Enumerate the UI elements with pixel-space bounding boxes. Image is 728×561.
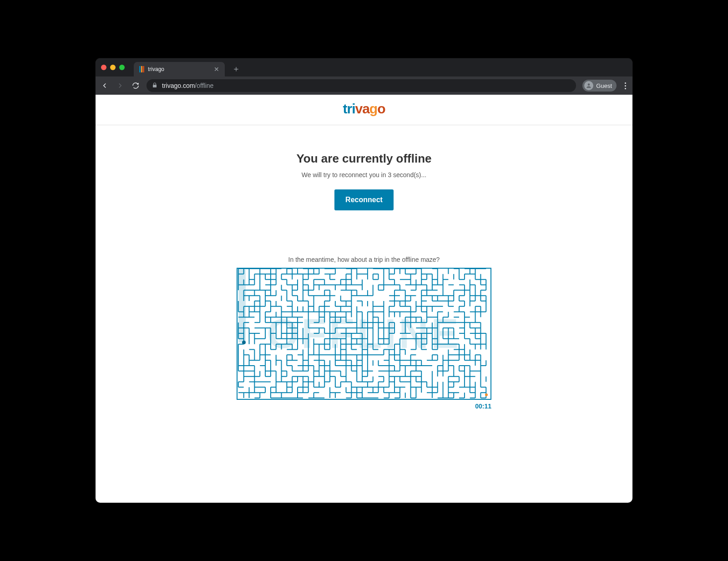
maze-timer: 00:11 [237, 400, 491, 410]
maze-caption: In the meantime, how about a trip in the… [288, 256, 440, 263]
main-content: You are currently offline We will try to… [96, 125, 632, 503]
page-content: trivago You are currently offline We wil… [96, 95, 632, 503]
titlebar: trivago ✕ ＋ [96, 58, 632, 76]
reload-icon[interactable] [131, 82, 140, 90]
close-tab-icon[interactable]: ✕ [214, 66, 219, 73]
back-icon[interactable] [100, 82, 109, 90]
tab-title: trivago [148, 66, 164, 72]
close-window-icon[interactable] [101, 65, 106, 70]
goal-dot-icon [485, 393, 488, 396]
kebab-menu-icon[interactable] [623, 82, 628, 89]
window-controls [101, 65, 125, 70]
new-tab-button[interactable]: ＋ [228, 63, 244, 74]
forward-icon[interactable] [116, 82, 125, 90]
maze-lines-icon [238, 269, 490, 399]
maze-game[interactable]: OFFLINE [237, 268, 491, 400]
player-dot-icon [242, 341, 246, 344]
profile-label: Guest [596, 82, 612, 89]
favicon-icon [139, 66, 144, 72]
lock-icon [152, 82, 157, 90]
toolbar: trivago.com/offline Guest [96, 76, 632, 95]
maze-trail [238, 270, 246, 342]
trivago-logo[interactable]: trivago [343, 101, 385, 117]
maze-container: OFFLINE 00:11 [237, 268, 491, 410]
minimize-window-icon[interactable] [110, 65, 116, 70]
profile-chip[interactable]: Guest [582, 80, 617, 92]
address-bar[interactable]: trivago.com/offline [147, 79, 576, 92]
url-path: /offline [195, 82, 213, 89]
reconnect-button[interactable]: Reconnect [334, 189, 394, 210]
url-text: trivago.com/offline [162, 82, 213, 89]
avatar-icon [584, 81, 593, 90]
browser-window: trivago ✕ ＋ trivago.com/offline Gue [96, 58, 632, 503]
offline-headline: You are currently offline [296, 152, 431, 166]
maximize-window-icon[interactable] [119, 65, 125, 70]
svg-point-0 [588, 83, 590, 86]
page-header: trivago [96, 95, 632, 125]
browser-tab[interactable]: trivago ✕ [134, 62, 225, 76]
reconnect-subtext: We will try to reconnect you in 3 second… [302, 171, 426, 178]
url-host: trivago.com [162, 82, 195, 89]
